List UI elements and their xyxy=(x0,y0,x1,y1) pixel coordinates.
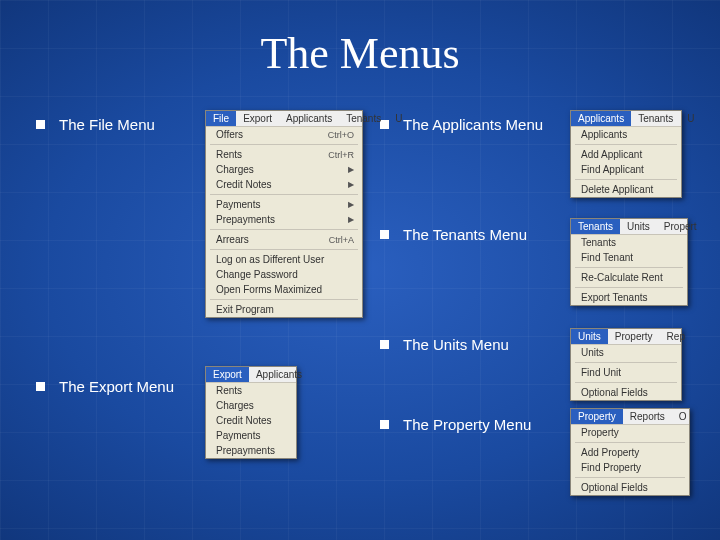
menu-separator xyxy=(575,144,677,145)
menubar-item[interactable]: Propert xyxy=(657,219,704,234)
menu-property: PropertyReportsOPropertyAdd PropertyFind… xyxy=(570,408,690,496)
menu-item-label: Change Password xyxy=(216,269,298,280)
menu-item-label: Find Unit xyxy=(581,367,621,378)
menu-item[interactable]: Rents xyxy=(206,383,296,398)
bullet-text: The Export Menu xyxy=(59,378,174,395)
menubar-item[interactable]: File xyxy=(206,111,236,126)
bullet-text: The File Menu xyxy=(59,116,155,133)
menu-item[interactable]: Find Property xyxy=(571,460,689,475)
menubar: ExportApplicants xyxy=(206,367,296,383)
menubar-item[interactable]: Property xyxy=(608,329,660,344)
menu-separator xyxy=(210,299,358,300)
menu-item[interactable]: Property xyxy=(571,425,689,440)
menu-item[interactable]: Find Applicant xyxy=(571,162,681,177)
menu-item[interactable]: Optional Fields xyxy=(571,385,681,400)
menu-item[interactable]: Delete Applicant xyxy=(571,182,681,197)
menu-item-label: Prepayments xyxy=(216,214,275,225)
menu-item-label: Find Property xyxy=(581,462,641,473)
menu-item[interactable]: Payments xyxy=(206,428,296,443)
menubar-item[interactable]: U xyxy=(388,111,409,126)
menu-item[interactable]: Charges▶ xyxy=(206,162,362,177)
bullet-text: The Tenants Menu xyxy=(403,226,527,243)
bullet-icon xyxy=(36,120,45,129)
menu-item[interactable]: Credit Notes▶ xyxy=(206,177,362,192)
menu-item[interactable]: Units xyxy=(571,345,681,360)
menu-item[interactable]: Re-Calculate Rent xyxy=(571,270,687,285)
menu-export: ExportApplicantsRentsChargesCredit Notes… xyxy=(205,366,297,459)
menu-item[interactable]: Tenants xyxy=(571,235,687,250)
bullet-tenants: The Tenants Menu xyxy=(380,226,527,243)
menubar-item[interactable]: Applicants xyxy=(279,111,339,126)
menubar-item[interactable]: Units xyxy=(620,219,657,234)
menu-item-label: Units xyxy=(581,347,604,358)
menu-item[interactable]: Prepayments xyxy=(206,443,296,458)
menubar: TenantsUnitsPropert xyxy=(571,219,687,235)
menubar-item[interactable]: U xyxy=(680,111,701,126)
menu-shortcut: Ctrl+R xyxy=(328,150,354,160)
menubar-item[interactable]: Tenants xyxy=(631,111,680,126)
menu-item[interactable]: OffersCtrl+O xyxy=(206,127,362,142)
menu-item[interactable]: Log on as Different User xyxy=(206,252,362,267)
menu-item-label: Add Applicant xyxy=(581,149,642,160)
menubar-item[interactable]: O xyxy=(672,409,694,424)
menu-item-label: Payments xyxy=(216,199,260,210)
menubar: ApplicantsTenantsU xyxy=(571,111,681,127)
menubar-item[interactable]: Tenants xyxy=(339,111,388,126)
menu-item[interactable]: ArrearsCtrl+A xyxy=(206,232,362,247)
menu-separator xyxy=(575,179,677,180)
menu-item[interactable]: Change Password xyxy=(206,267,362,282)
menu-item-label: Credit Notes xyxy=(216,415,272,426)
menu-tenants: TenantsUnitsPropertTenantsFind TenantRe-… xyxy=(570,218,688,306)
menu-item-label: Find Applicant xyxy=(581,164,644,175)
bullet-file: The File Menu xyxy=(36,116,155,133)
menu-item[interactable]: Find Tenant xyxy=(571,250,687,265)
menu-item[interactable]: Find Unit xyxy=(571,365,681,380)
menu-separator xyxy=(210,194,358,195)
menubar-item[interactable]: Property xyxy=(571,409,623,424)
menu-item-label: Applicants xyxy=(581,129,627,140)
menu-separator xyxy=(210,229,358,230)
menu-separator xyxy=(210,249,358,250)
menu-item[interactable]: Open Forms Maximized xyxy=(206,282,362,297)
menu-item[interactable]: Exit Program xyxy=(206,302,362,317)
menu-units: UnitsPropertyRepUnitsFind UnitOptional F… xyxy=(570,328,682,401)
menu-separator xyxy=(210,144,358,145)
menu-shortcut: Ctrl+A xyxy=(329,235,354,245)
menu-shortcut: Ctrl+O xyxy=(328,130,354,140)
menu-item[interactable]: Credit Notes xyxy=(206,413,296,428)
menu-item[interactable]: Charges xyxy=(206,398,296,413)
bullet-icon xyxy=(380,340,389,349)
menu-item-label: Log on as Different User xyxy=(216,254,324,265)
menu-file: FileExportApplicantsTenantsUOffersCtrl+O… xyxy=(205,110,363,318)
menu-item[interactable]: Prepayments▶ xyxy=(206,212,362,227)
menu-item[interactable]: Add Property xyxy=(571,445,689,460)
menu-item[interactable]: Applicants xyxy=(571,127,681,142)
bullet-export: The Export Menu xyxy=(36,378,174,395)
menubar-item[interactable]: Export xyxy=(206,367,249,382)
menu-item-label: Offers xyxy=(216,129,243,140)
menu-item[interactable]: Optional Fields xyxy=(571,480,689,495)
bullet-text: The Applicants Menu xyxy=(403,116,543,133)
menu-item-label: Charges xyxy=(216,164,254,175)
menubar-item[interactable]: Tenants xyxy=(571,219,620,234)
submenu-arrow-icon: ▶ xyxy=(348,200,354,209)
menu-item-label: Property xyxy=(581,427,619,438)
menubar-item[interactable]: Units xyxy=(571,329,608,344)
menu-separator xyxy=(575,442,685,443)
menu-item[interactable]: RentsCtrl+R xyxy=(206,147,362,162)
menu-item[interactable]: Add Applicant xyxy=(571,147,681,162)
bullet-text: The Property Menu xyxy=(403,416,531,433)
menubar-item[interactable]: Applicants xyxy=(571,111,631,126)
menu-item[interactable]: Payments▶ xyxy=(206,197,362,212)
menu-item-label: Payments xyxy=(216,430,260,441)
menubar-item[interactable]: Rep xyxy=(660,329,692,344)
menubar-item[interactable]: Applicants xyxy=(249,367,309,382)
menu-item[interactable]: Export Tenants xyxy=(571,290,687,305)
menu-item-label: Add Property xyxy=(581,447,639,458)
menubar-item[interactable]: Reports xyxy=(623,409,672,424)
menu-item-label: Credit Notes xyxy=(216,179,272,190)
menu-item-label: Exit Program xyxy=(216,304,274,315)
menubar-item[interactable]: Export xyxy=(236,111,279,126)
menu-separator xyxy=(575,287,683,288)
menu-applicants: ApplicantsTenantsUApplicantsAdd Applican… xyxy=(570,110,682,198)
